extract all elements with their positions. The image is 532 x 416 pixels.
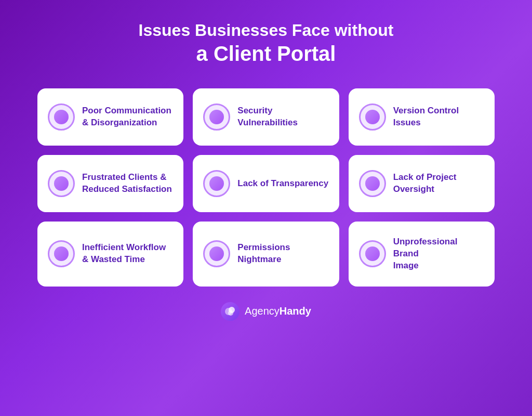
card-icon-circle	[203, 240, 230, 267]
card-icon-circle	[48, 170, 75, 197]
card-label: Permissions Nightmare	[237, 242, 290, 266]
issue-card-6: Inefficient Workflow & Wasted Time	[37, 222, 183, 287]
card-label: Unprofessional Brand Image	[393, 236, 484, 272]
header-line1: Issues Businesses Face without	[139, 21, 394, 40]
issue-card-2: Version Control Issues	[349, 88, 495, 146]
card-label: Inefficient Workflow & Wasted Time	[82, 242, 166, 266]
brand-name: AgencyHandy	[245, 305, 311, 317]
card-icon-circle	[48, 103, 75, 131]
card-icon-circle	[359, 103, 386, 131]
card-icon-inner	[54, 110, 69, 124]
card-icon-circle	[359, 170, 386, 197]
issue-card-3: Frustrated Clients & Reduced Satisfactio…	[37, 155, 183, 212]
page-header: Issues Businesses Face without a Client …	[128, 0, 404, 76]
card-icon-circle	[48, 240, 75, 267]
card-icon-circle	[203, 170, 230, 197]
issue-card-0: Poor Communication & Disorganization	[37, 88, 183, 146]
issues-grid: Poor Communication & DisorganizationSecu…	[11, 76, 521, 297]
card-icon-circle	[359, 240, 386, 267]
card-label: Lack of Project Oversight	[393, 172, 457, 196]
card-label: Lack of Transparency	[237, 178, 328, 190]
brand-logo-icon	[221, 302, 240, 321]
footer-brand: AgencyHandy	[221, 302, 311, 321]
card-icon-inner	[209, 176, 224, 191]
card-icon-inner	[209, 246, 224, 261]
card-label: Frustrated Clients & Reduced Satisfactio…	[82, 172, 172, 196]
issue-card-8: Unprofessional Brand Image	[349, 222, 495, 287]
header-line2: a Client Portal	[139, 42, 394, 66]
card-icon-inner	[365, 110, 380, 124]
card-icon-inner	[365, 176, 380, 191]
card-icon-circle	[203, 103, 230, 131]
card-icon-inner	[365, 246, 380, 261]
card-label: Version Control Issues	[393, 105, 459, 129]
card-label: Poor Communication & Disorganization	[82, 105, 171, 129]
issue-card-1: Security Vulnerabilities	[193, 88, 339, 146]
svg-point-2	[228, 310, 233, 316]
card-icon-inner	[209, 110, 224, 124]
issue-card-4: Lack of Transparency	[193, 155, 339, 212]
card-label: Security Vulnerabilities	[237, 105, 298, 129]
card-icon-inner	[54, 176, 69, 191]
card-icon-inner	[54, 246, 69, 261]
issue-card-7: Permissions Nightmare	[193, 222, 339, 287]
issue-card-5: Lack of Project Oversight	[349, 155, 495, 212]
